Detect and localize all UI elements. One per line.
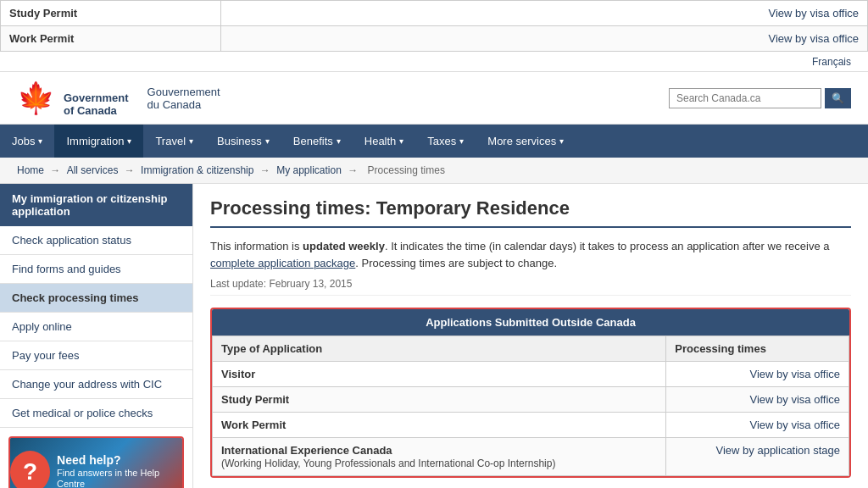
complete-application-link[interactable]: complete application package [210, 257, 355, 269]
processing-work: View by visa office [666, 413, 849, 438]
chevron-down-icon: ▾ [189, 136, 193, 146]
main-content: Processing times: Temporary Residence Th… [193, 184, 868, 488]
nav-item-travel[interactable]: Travel ▾ [143, 125, 205, 158]
chevron-down-icon: ▾ [559, 136, 564, 146]
chevron-down-icon: ▾ [459, 136, 464, 146]
help-title: Need help? Find answers in the Help Cent… [57, 453, 182, 488]
help-question-mark-icon: ? [10, 451, 50, 488]
gov-name-en: Government of Canada [64, 79, 129, 117]
nav-item-more-services[interactable]: More services ▾ [476, 125, 576, 158]
last-update: Last update: February 13, 2015 [210, 278, 851, 296]
nav-item-taxes[interactable]: Taxes ▾ [415, 125, 476, 158]
breadcrumb-current: Processing times [368, 164, 445, 176]
sidebar-item-pay-fees[interactable]: Pay your fees [0, 341, 192, 370]
table-row: Study Permit [1, 1, 221, 26]
breadcrumb-immigration[interactable]: Immigration & citizenship [141, 164, 253, 176]
col-header-processing: Processing times [666, 336, 849, 362]
table-row: Study Permit View by visa office [213, 387, 849, 413]
breadcrumb: Home → All services → Immigration & citi… [0, 158, 868, 184]
table-row: International Experience Canada (Working… [213, 438, 849, 476]
nav-item-health[interactable]: Health ▾ [353, 125, 416, 158]
app-type-study: Study Permit [213, 387, 666, 413]
nav-item-benefits[interactable]: Benefits ▾ [281, 125, 353, 158]
header: 🍁 Government of Canada Gouvernement du C… [0, 72, 868, 125]
chevron-down-icon: ▾ [127, 136, 131, 146]
table-row: View by visa office [221, 26, 868, 52]
table-row: Visitor View by visa office [213, 362, 849, 387]
processing-iec: View by application stage [666, 438, 849, 476]
breadcrumb-home[interactable]: Home [17, 164, 44, 176]
app-type-work: Work Permit [213, 413, 666, 438]
table-row: View by visa office [221, 1, 868, 26]
sidebar-active-item[interactable]: My immigration or citizenship applicatio… [0, 184, 192, 226]
gov-name-fr: Gouvernement du Canada [147, 86, 220, 111]
nav-item-business[interactable]: Business ▾ [205, 125, 281, 158]
view-visa-office-study-link[interactable]: View by visa office [750, 393, 840, 406]
main-nav: Jobs ▾ Immigration ▾ Travel ▾ Business ▾… [0, 125, 868, 158]
view-visa-office-visitor-link[interactable]: View by visa office [750, 368, 840, 380]
app-type-iec: International Experience Canada (Working… [213, 438, 666, 476]
sidebar-help-image: ? Need help? Find answers in the Help Ce… [10, 438, 182, 488]
view-visa-office-work-link[interactable]: View by visa office [750, 419, 840, 431]
sidebar-item-forms-guides[interactable]: Find forms and guides [0, 255, 192, 284]
chevron-down-icon: ▾ [38, 136, 42, 146]
sidebar-item-apply-online[interactable]: Apply online [0, 313, 192, 341]
page-title: Processing times: Temporary Residence [210, 197, 851, 228]
sidebar-item-change-address[interactable]: Change your address with CIC [0, 370, 192, 399]
chevron-down-icon: ▾ [265, 136, 270, 146]
outside-canada-table-container: Applications Submitted Outside Canada Ty… [210, 308, 851, 478]
table-row: Work Permit [1, 26, 221, 52]
chevron-down-icon: ▾ [399, 136, 403, 146]
page-intro: This information is updated weekly. It i… [210, 238, 851, 271]
top-bar: Français [0, 52, 868, 72]
app-type-visitor: Visitor [213, 362, 666, 387]
processing-visitor: View by visa office [666, 362, 849, 387]
sidebar: My immigration or citizenship applicatio… [0, 184, 193, 488]
search-button[interactable]: 🔍 [825, 88, 851, 108]
nav-item-immigration[interactable]: Immigration ▾ [54, 125, 143, 158]
sidebar-item-medical-checks[interactable]: Get medical or police checks [0, 399, 192, 428]
sidebar-help-box: ? Need help? Find answers in the Help Ce… [8, 436, 184, 488]
chevron-down-icon: ▾ [337, 136, 341, 146]
language-toggle-link[interactable]: Français [812, 56, 851, 68]
outside-canada-table: Type of Application Processing times Vis… [212, 336, 849, 476]
content-area: My immigration or citizenship applicatio… [0, 184, 868, 488]
logo-area: 🍁 Government of Canada Gouvernement du C… [17, 79, 669, 117]
view-visa-office-link-0[interactable]: View by visa office [769, 7, 859, 19]
processing-study: View by visa office [666, 387, 849, 413]
breadcrumb-my-application[interactable]: My application [276, 164, 342, 176]
view-visa-office-link-1[interactable]: View by visa office [769, 32, 859, 45]
view-application-stage-link[interactable]: View by application stage [716, 444, 840, 457]
sidebar-item-check-status[interactable]: Check application status [0, 226, 192, 255]
search-input[interactable] [669, 88, 821, 108]
maple-leaf-icon: 🍁 [17, 83, 55, 114]
search-area: 🔍 [669, 88, 851, 108]
table-row: Work Permit View by visa office [213, 413, 849, 438]
outside-canada-table-header: Applications Submitted Outside Canada [212, 309, 849, 336]
sidebar-item-processing-times[interactable]: Check processing times [0, 284, 192, 313]
nav-item-jobs[interactable]: Jobs ▾ [0, 125, 54, 158]
breadcrumb-all-services[interactable]: All services [67, 164, 119, 176]
col-header-type: Type of Application [213, 336, 666, 362]
